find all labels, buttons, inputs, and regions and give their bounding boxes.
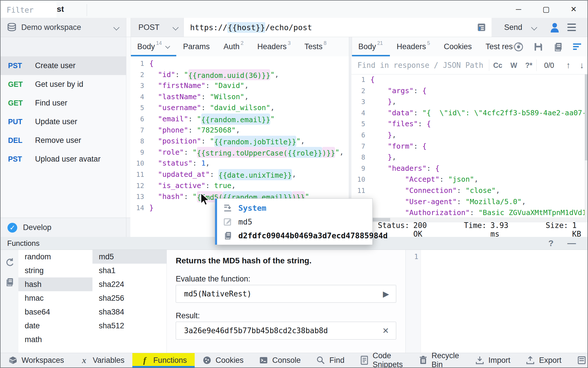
url-input[interactable]: https://{{host}}/echo/post	[183, 18, 492, 37]
tab-auth[interactable]: Auth2	[217, 37, 251, 56]
vertical-scrollbar[interactable]	[585, 74, 588, 222]
find-input[interactable]: Find in response / JSON Path	[357, 61, 483, 70]
method-badge: GET	[8, 80, 29, 89]
function-label: sha384	[99, 308, 124, 317]
toolbar-item-console[interactable]: Console	[251, 353, 308, 367]
close-button[interactable]: ✕	[560, 1, 587, 18]
find-next-icon[interactable]: ↓	[575, 60, 588, 70]
functions-panel: randomstringhashhmacbase64datemath md5sh…	[1, 250, 587, 354]
editor-line-number: 1	[406, 253, 418, 261]
category-random[interactable]: random	[18, 250, 92, 264]
function-sha384[interactable]: sha384	[92, 305, 167, 319]
response-tabs: Body21 Headers5 Cookies Test results	[351, 37, 588, 57]
popup-row-hash-value[interactable]: d2fdfc09044b0469a3d7ecd47885984d	[217, 229, 388, 242]
insert-icon	[223, 204, 232, 212]
category-math[interactable]: math	[18, 333, 92, 346]
toolbar-item-find[interactable]: Find	[308, 353, 352, 367]
function-sha1[interactable]: sha1	[92, 264, 167, 277]
url-variable: {{host}}	[227, 22, 265, 33]
tab-tests[interactable]: Tests8	[297, 37, 333, 56]
line-number: 5	[130, 102, 144, 114]
category-base64[interactable]: base64	[18, 305, 92, 319]
code-line: 7 "form": {	[351, 141, 588, 152]
tab-response-headers[interactable]: Headers5	[390, 37, 437, 56]
result-input[interactable]: 3a26e9e46df5b77bb45b8cd2c38bab8d ✕	[176, 322, 396, 340]
environment-selector[interactable]: ✓ Develop	[1, 218, 148, 237]
category-hmac[interactable]: hmac	[18, 291, 92, 305]
tab-test-results[interactable]: Test results	[479, 37, 513, 56]
request-name: Upload user avatar	[35, 155, 100, 164]
toolbar-label: Workspaces	[22, 356, 64, 365]
evaluate-input[interactable]: md5(NativeRest) ▶	[176, 285, 396, 303]
function-md5[interactable]: md5	[92, 250, 167, 264]
open-in-browser-icon[interactable]	[513, 42, 524, 52]
category-hash[interactable]: hash	[18, 277, 92, 291]
tab-params[interactable]: Params	[176, 37, 217, 56]
function-sha224[interactable]: sha224	[92, 277, 167, 291]
request-name: Find user	[35, 99, 67, 108]
toolbar-item-export[interactable]: Export	[518, 353, 569, 367]
regex-button[interactable]: ?*	[521, 61, 536, 70]
code-line: 9 "role": "{{string.toUpperCase({{role}}…	[130, 147, 349, 158]
toolbar-item-workspaces[interactable]: Workspaces	[1, 353, 72, 367]
send-button[interactable]: Send	[492, 23, 532, 32]
category-date[interactable]: date	[18, 319, 92, 333]
find-previous-icon[interactable]: ↑	[562, 60, 575, 70]
function-sha512[interactable]: sha512	[92, 319, 167, 333]
chevron-down-icon	[165, 44, 170, 49]
maximize-button[interactable]: ▢	[532, 1, 560, 18]
match-case-button[interactable]: Cc	[489, 61, 506, 70]
clear-result-icon[interactable]: ✕	[382, 326, 389, 336]
request-item-get-user-by-id[interactable]: GETGet user by id	[1, 75, 126, 94]
whole-word-button[interactable]: W	[506, 61, 521, 70]
code-line: 5 "username": "david_wilson",	[130, 102, 349, 114]
request-item-upload-user-avatar[interactable]: PSTUpload user avatar	[1, 150, 126, 168]
collapse-panel-button[interactable]: —	[567, 238, 576, 248]
tab-body[interactable]: Body14	[130, 37, 176, 56]
toolbar-item-import[interactable]: Import	[467, 353, 518, 367]
copy-icon	[223, 231, 232, 240]
help-button[interactable]: ?	[548, 238, 554, 248]
time-label: Time:	[464, 221, 486, 238]
popup-row-system[interactable]: System	[217, 201, 388, 215]
tab-response-cookies[interactable]: Cookies	[437, 37, 479, 56]
format-response-icon[interactable]	[572, 43, 582, 51]
main-menu-icon[interactable]	[567, 24, 576, 31]
minimize-button[interactable]: ─	[505, 1, 532, 18]
toolbar-item-code-snippets[interactable]: Code Snippets	[352, 353, 411, 367]
function-sha256[interactable]: sha256	[92, 291, 167, 305]
filter-input[interactable]: Filter	[1, 2, 57, 18]
method-selector[interactable]: POST	[130, 18, 183, 37]
code-line: 11 "Connection": "close",	[351, 185, 588, 196]
toolbar-item-cookies[interactable]: Cookies	[195, 353, 252, 367]
request-item-create-user[interactable]: PSTCreate user	[1, 56, 126, 75]
tab-response-body[interactable]: Body21	[351, 37, 390, 56]
save-icon[interactable]	[533, 42, 543, 52]
copy-icon[interactable]	[5, 277, 14, 287]
popup-row-function[interactable]: md5	[217, 215, 388, 229]
response-body-code: 1{2 "args": {3 },4 "data": "{ \"id\": \"…	[351, 74, 588, 218]
function-code-editor[interactable]: 1	[406, 250, 587, 354]
line-number: 7	[130, 125, 144, 136]
function-label: sha512	[99, 321, 124, 330]
toolbar-label: Export	[539, 356, 561, 365]
request-name: Get user by id	[35, 80, 83, 89]
user-account-icon[interactable]	[549, 22, 560, 33]
toolbar-item-variables[interactable]: xVariables	[72, 353, 132, 367]
request-item-update-user[interactable]: PUTUpdate user	[1, 112, 126, 131]
function-label: sha224	[99, 280, 124, 289]
run-evaluate-icon[interactable]: ▶	[383, 289, 389, 299]
toolbar-item-functions[interactable]: fFunctions	[132, 353, 195, 367]
tab-headers[interactable]: Headers3	[250, 37, 297, 56]
copy-icon[interactable]	[553, 42, 563, 52]
send-options-chevron-icon[interactable]	[531, 24, 537, 30]
request-item-remove-user[interactable]: DELRemove user	[1, 131, 126, 150]
code-line: 1{	[351, 74, 588, 85]
toolbar-item-recycle-bin[interactable]: Recycle Bin	[411, 353, 467, 367]
toolbar-item-pane-view[interactable]: Pane view	[569, 353, 588, 367]
refresh-icon[interactable]	[5, 257, 14, 267]
request-item-find-user[interactable]: GETFind user	[1, 94, 126, 112]
toolbar-label: Code Snippets	[373, 351, 403, 368]
category-string[interactable]: string	[18, 264, 92, 277]
request-info-icon[interactable]	[476, 22, 487, 32]
